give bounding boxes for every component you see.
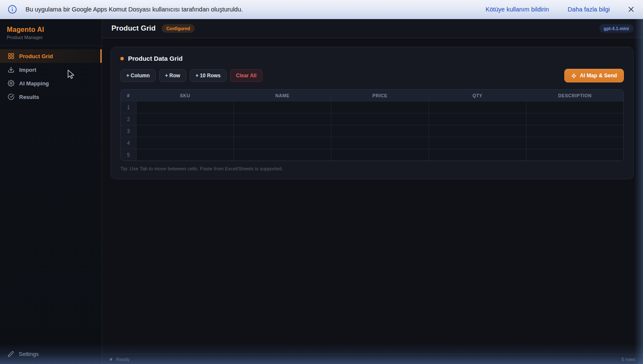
- cell-input[interactable]: [429, 137, 526, 149]
- cell-input[interactable]: [331, 149, 428, 161]
- cell-input[interactable]: [429, 101, 526, 113]
- column-header-sku: SKU: [136, 90, 233, 101]
- sidebar-item-label: AI Mapping: [19, 80, 49, 87]
- grid-icon: [8, 53, 14, 59]
- row-number: 5: [121, 149, 136, 161]
- orange-dot-icon: [120, 57, 124, 60]
- report-abuse-link[interactable]: Kötüye kullanım bildirin: [486, 6, 549, 13]
- sidebar-header: Magento AI Product Manager: [0, 19, 102, 46]
- column-header-name: NAME: [233, 90, 331, 101]
- info-icon: [8, 5, 17, 14]
- cell-input[interactable]: [136, 125, 233, 137]
- main-header: Product Grid Configured gpt-4.1-mini: [102, 19, 643, 38]
- cell-input[interactable]: [429, 149, 526, 161]
- grid-toolbar: + Column + Row + 10 Rows Clear All AI Ma…: [120, 69, 624, 82]
- page-title: Product Grid: [111, 24, 156, 33]
- cell-input[interactable]: [233, 101, 331, 113]
- add-row-button[interactable]: + Row: [159, 69, 186, 82]
- cell-input[interactable]: [233, 113, 331, 125]
- cell-input[interactable]: [526, 125, 623, 137]
- sidebar-item-ai-mapping[interactable]: AI Mapping: [0, 76, 102, 90]
- ai-map-send-label: AI Map & Send: [580, 73, 617, 79]
- table-row: 3: [121, 125, 623, 137]
- table-row: 2: [121, 113, 623, 125]
- row-number: 2: [121, 113, 136, 125]
- clear-all-button[interactable]: Clear All: [230, 69, 262, 82]
- sidebar: Magento AI Product Manager Product Grid: [0, 19, 102, 364]
- cell-input[interactable]: [233, 149, 331, 161]
- product-table: # SKU NAME PRICE QTY DESCRIPTION 1: [120, 89, 624, 161]
- model-badge: gpt-4.1-mini: [599, 24, 634, 33]
- app-shell: Magento AI Product Manager Product Grid: [0, 19, 643, 364]
- close-icon[interactable]: [627, 5, 635, 14]
- column-header-qty: QTY: [429, 90, 526, 101]
- cell-input[interactable]: [136, 137, 233, 149]
- row-number-header: #: [121, 90, 136, 101]
- sidebar-item-label: Settings: [19, 351, 39, 357]
- main-area: Product Grid Configured gpt-4.1-mini Pro…: [102, 19, 643, 364]
- check-circle-icon: [8, 93, 14, 100]
- sidebar-nav: Product Grid Import: [0, 46, 102, 104]
- cell-input[interactable]: [429, 113, 526, 125]
- table-header-row: # SKU NAME PRICE QTY DESCRIPTION: [121, 90, 623, 101]
- ai-map-send-button[interactable]: AI Map & Send: [564, 69, 624, 82]
- row-count: 5 rows: [622, 357, 635, 362]
- cell-input[interactable]: [136, 101, 233, 113]
- add-column-button[interactable]: + Column: [120, 69, 156, 82]
- sidebar-item-label: Import: [19, 67, 36, 73]
- sidebar-item-import[interactable]: Import: [0, 63, 102, 76]
- cell-input[interactable]: [233, 125, 331, 137]
- card-title: Product Data Grid: [128, 55, 182, 62]
- table-row: 4: [121, 137, 623, 149]
- app-title: Magento AI: [7, 26, 95, 34]
- gear-icon: [8, 80, 14, 87]
- screen: Bu uygulama bir Google Apps Komut Dosyas…: [0, 0, 643, 364]
- column-header-price: PRICE: [331, 90, 428, 101]
- sidebar-item-label: Product Grid: [19, 53, 53, 59]
- cell-input[interactable]: [526, 137, 623, 149]
- cell-input[interactable]: [331, 113, 428, 125]
- status-dot-icon: [110, 358, 112, 361]
- sidebar-item-results[interactable]: Results: [0, 90, 102, 104]
- cell-input[interactable]: [526, 149, 623, 161]
- cell-input[interactable]: [136, 113, 233, 125]
- add-10-rows-button[interactable]: + 10 Rows: [190, 69, 227, 82]
- cell-input[interactable]: [526, 101, 623, 113]
- cell-input[interactable]: [331, 137, 428, 149]
- configured-badge: Configured: [162, 24, 195, 33]
- cell-input[interactable]: [233, 137, 331, 149]
- status-ready: Ready: [110, 357, 130, 362]
- learn-more-link[interactable]: Daha fazla bilgi: [568, 6, 610, 13]
- row-number: 1: [121, 101, 136, 113]
- row-number: 3: [121, 125, 136, 137]
- sidebar-item-product-grid[interactable]: Product Grid: [0, 49, 102, 63]
- row-number: 4: [121, 137, 136, 149]
- app-subtitle: Product Manager: [7, 35, 95, 40]
- column-header-description: DESCRIPTION: [526, 90, 623, 101]
- pencil-icon: [8, 351, 14, 357]
- sidebar-item-label: Results: [19, 94, 39, 100]
- cell-input[interactable]: [429, 125, 526, 137]
- product-data-grid-card: Product Data Grid + Column + Row + 10 Ro…: [111, 47, 634, 179]
- sidebar-item-settings[interactable]: Settings: [8, 351, 39, 357]
- status-bar: Ready 5 rows: [102, 354, 643, 364]
- grid-tip-text: Tip: Use Tab to move between cells. Past…: [120, 166, 624, 171]
- table-row: 5: [121, 149, 623, 161]
- gas-warning-banner: Bu uygulama bir Google Apps Komut Dosyas…: [0, 0, 643, 19]
- table-row: 1: [121, 101, 623, 113]
- banner-message: Bu uygulama bir Google Apps Komut Dosyas…: [26, 6, 467, 13]
- cell-input[interactable]: [136, 149, 233, 161]
- cell-input[interactable]: [331, 101, 428, 113]
- cell-input[interactable]: [331, 125, 428, 137]
- content-area: Product Data Grid + Column + Row + 10 Ro…: [102, 38, 643, 354]
- bolt-icon: [571, 73, 577, 79]
- card-title-row: Product Data Grid: [120, 55, 624, 62]
- cell-input[interactable]: [526, 113, 623, 125]
- download-icon: [8, 66, 14, 73]
- status-text: Ready: [116, 357, 130, 362]
